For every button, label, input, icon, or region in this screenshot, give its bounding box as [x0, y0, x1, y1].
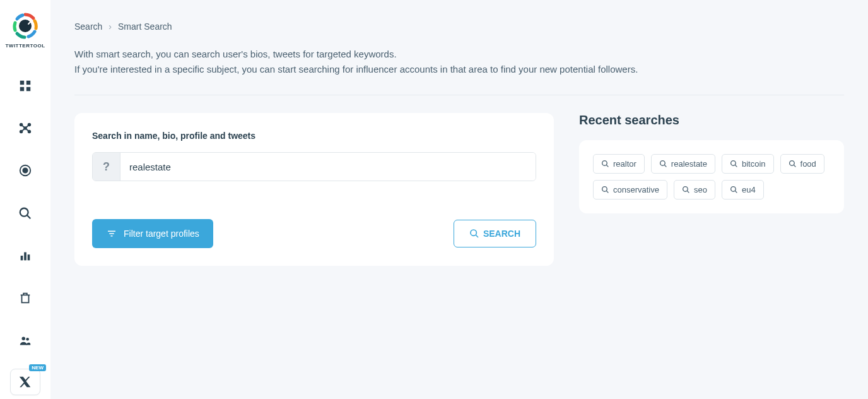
- help-icon[interactable]: ?: [93, 153, 120, 181]
- svg-point-26: [471, 230, 476, 235]
- svg-point-0: [19, 20, 32, 32]
- svg-rect-2: [26, 80, 30, 84]
- search-button[interactable]: SEARCH: [454, 220, 536, 247]
- recent-searches-panel: Recent searches realtor realestate bitco…: [579, 113, 844, 213]
- network-icon: [18, 121, 32, 135]
- search-icon: [601, 186, 609, 194]
- brand-logo[interactable]: TWITTERTOOL: [5, 13, 45, 49]
- nav-analytics[interactable]: [10, 241, 40, 270]
- svg-rect-18: [21, 256, 23, 260]
- svg-rect-1: [20, 80, 24, 84]
- search-icon: [659, 160, 667, 168]
- users-icon: [18, 334, 32, 348]
- svg-line-35: [794, 165, 795, 167]
- svg-line-41: [735, 191, 737, 193]
- svg-point-28: [602, 161, 607, 166]
- svg-rect-4: [26, 86, 30, 90]
- svg-line-37: [606, 191, 608, 193]
- logo-icon: [12, 13, 38, 39]
- recent-search-chip[interactable]: seo: [674, 180, 715, 200]
- svg-rect-3: [20, 86, 24, 90]
- search-input[interactable]: [120, 153, 536, 181]
- search-input-group: ?: [92, 152, 536, 181]
- recent-searches-title: Recent searches: [579, 113, 844, 128]
- svg-line-39: [687, 191, 689, 193]
- filter-icon: [106, 228, 117, 239]
- svg-point-15: [23, 169, 27, 173]
- svg-point-40: [731, 187, 736, 192]
- svg-point-38: [683, 187, 688, 192]
- nav-x-platform[interactable]: NEW: [10, 369, 40, 395]
- filter-profiles-button[interactable]: Filter target profiles: [92, 219, 213, 248]
- svg-rect-19: [24, 252, 26, 260]
- nav-search[interactable]: [10, 199, 40, 227]
- svg-point-16: [20, 208, 28, 216]
- svg-line-17: [27, 215, 31, 218]
- brand-name: TWITTERTOOL: [5, 43, 45, 49]
- svg-point-21: [22, 336, 26, 340]
- search-button-label: SEARCH: [483, 229, 520, 239]
- new-badge: NEW: [29, 364, 46, 371]
- svg-line-29: [606, 165, 608, 167]
- search-input-label: Search in name, bio, profile and tweets: [92, 131, 536, 141]
- search-icon: [682, 186, 690, 194]
- nav-delete[interactable]: [10, 284, 40, 313]
- chevron-right-icon: ›: [108, 21, 112, 32]
- svg-line-13: [25, 128, 29, 132]
- nav-target[interactable]: [10, 157, 40, 185]
- search-icon: [601, 160, 609, 168]
- description-line-2: If you're interested in a specific subje…: [74, 62, 844, 77]
- recent-search-chip[interactable]: realestate: [651, 154, 715, 174]
- nav-dashboard[interactable]: [10, 71, 40, 100]
- svg-rect-20: [28, 254, 30, 260]
- svg-point-32: [731, 161, 736, 166]
- main-content: Search › Smart Search With smart search,…: [50, 0, 868, 399]
- target-icon: [18, 164, 32, 177]
- recent-search-chip[interactable]: bitcoin: [722, 154, 774, 174]
- svg-line-11: [25, 124, 29, 128]
- recent-searches-list: realtor realestate bitcoin food conserva…: [579, 140, 844, 213]
- breadcrumb-current: Smart Search: [118, 21, 172, 32]
- filter-button-label: Filter target profiles: [124, 229, 199, 239]
- svg-point-22: [26, 338, 29, 341]
- dashboard-icon: [18, 79, 32, 93]
- svg-point-36: [602, 187, 607, 192]
- page-description: With smart search, you can search user's…: [74, 47, 844, 95]
- recent-search-chip[interactable]: food: [780, 154, 824, 174]
- svg-line-12: [21, 128, 25, 132]
- x-logo-icon: [19, 376, 32, 388]
- svg-line-33: [735, 165, 737, 167]
- svg-line-10: [21, 124, 25, 128]
- svg-point-30: [660, 161, 665, 166]
- search-icon: [789, 160, 797, 168]
- bar-chart-icon: [18, 249, 32, 263]
- search-icon: [18, 206, 32, 220]
- svg-line-31: [664, 165, 666, 167]
- recent-search-chip[interactable]: eu4: [722, 180, 764, 200]
- breadcrumb-root[interactable]: Search: [74, 21, 102, 32]
- recent-search-chip[interactable]: conservative: [593, 180, 667, 200]
- recent-search-chip[interactable]: realtor: [593, 154, 645, 174]
- search-icon: [730, 186, 738, 194]
- description-line-1: With smart search, you can search user's…: [74, 47, 844, 62]
- search-icon: [730, 160, 738, 168]
- svg-point-34: [789, 161, 794, 166]
- sidebar: TWITTERTOOL NEW: [0, 0, 50, 399]
- breadcrumb: Search › Smart Search: [74, 21, 844, 32]
- search-card: Search in name, bio, profile and tweets …: [74, 113, 554, 266]
- svg-line-27: [476, 235, 478, 237]
- nav-network[interactable]: [10, 114, 40, 142]
- nav-users[interactable]: [10, 326, 40, 355]
- trash-icon: [18, 291, 32, 305]
- search-icon: [469, 229, 479, 239]
